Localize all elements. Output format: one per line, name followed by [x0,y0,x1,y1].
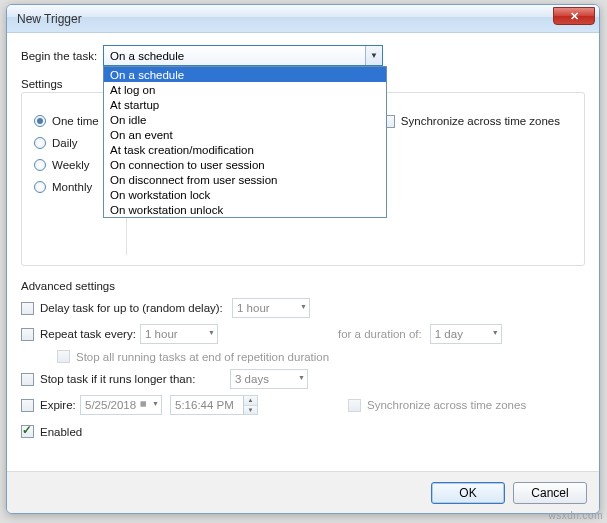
expire-label: Expire: [40,399,80,411]
chevron-down-icon: ▼ [298,374,305,381]
dialog-window: New Trigger ✕ Begin the task: On a sched… [6,4,600,514]
dropdown-option[interactable]: At task creation/modification [104,142,386,157]
dropdown-option[interactable]: On workstation unlock [104,202,386,217]
stop-end-label: Stop all running tasks at end of repetit… [76,351,329,363]
stop-end-checkbox [57,350,70,363]
spinner-icon[interactable]: ▲▼ [243,396,257,414]
watermark: wsxdn.com [548,510,603,521]
calendar-icon: ▦ [140,400,147,408]
expire-time-field[interactable]: 5:16:44 PM ▲▼ [170,395,258,415]
repeat-checkbox[interactable] [21,328,34,341]
radio-label: One time [52,115,99,127]
expire-time: 5:16:44 PM [175,399,234,411]
dropdown-option[interactable]: On disconnect from user session [104,172,386,187]
stopif-label: Stop task if it runs longer than: [40,373,230,385]
cancel-button-label: Cancel [531,486,568,500]
enabled-label: Enabled [40,426,82,438]
radio-label: Monthly [52,181,92,193]
dropdown-option[interactable]: On a schedule [104,67,386,82]
delay-value-field[interactable]: 1 hour ▼ [232,298,310,318]
repeat-value: 1 hour [145,328,178,340]
radio-icon [34,137,46,149]
delay-label: Delay task for up to (random delay): [40,302,232,314]
stopif-checkbox[interactable] [21,373,34,386]
begin-task-field[interactable]: On a schedule ▼ [103,45,383,66]
chevron-down-icon: ▼ [365,46,382,65]
enabled-checkbox[interactable] [21,425,34,438]
chevron-down-icon: ▼ [300,303,307,310]
radio-label: Daily [52,137,78,149]
stopif-value: 3 days [235,373,269,385]
delay-checkbox[interactable] [21,302,34,315]
content-area: Begin the task: On a schedule ▼ On a sch… [7,33,599,438]
dropdown-option[interactable]: At log on [104,82,386,97]
repeat-duration-value: 1 day [435,328,463,340]
expire-date: 5/25/2018 [85,399,136,411]
window-title: New Trigger [13,12,82,26]
begin-task-dropdown[interactable]: On a schedule ▼ On a schedule At log on … [103,45,383,66]
begin-task-selected: On a schedule [110,50,184,62]
dropdown-option[interactable]: At startup [104,97,386,112]
chevron-down-icon: ▼ [152,400,159,407]
expire-date-field[interactable]: 5/25/2018 ▦ ▼ [80,395,162,415]
repeat-label: Repeat task every: [40,328,140,340]
settings-label: Settings [21,74,85,90]
dropdown-option[interactable]: On workstation lock [104,187,386,202]
advanced-settings-title: Advanced settings [21,280,585,292]
cancel-button[interactable]: Cancel [513,482,587,504]
dropdown-option[interactable]: On an event [104,127,386,142]
expire-sync-tz-checkbox [348,399,361,412]
radio-label: Weekly [52,159,90,171]
chevron-down-icon: ▼ [492,329,499,336]
ok-button[interactable]: OK [431,482,505,504]
repeat-duration-label: for a duration of: [338,328,422,340]
stopif-value-field[interactable]: 3 days ▼ [230,369,308,389]
repeat-value-field[interactable]: 1 hour ▼ [140,324,218,344]
chevron-down-icon: ▼ [208,329,215,336]
begin-task-option-list: On a schedule At log on At startup On id… [103,66,387,218]
titlebar: New Trigger ✕ [7,5,599,33]
delay-value: 1 hour [237,302,270,314]
ok-button-label: OK [459,486,476,500]
close-icon: ✕ [570,10,579,23]
begin-task-label: Begin the task: [21,50,103,62]
radio-icon [34,159,46,171]
dropdown-option[interactable]: On connection to user session [104,157,386,172]
expire-checkbox[interactable] [21,399,34,412]
dialog-footer: OK Cancel [7,471,599,513]
close-button[interactable]: ✕ [553,7,595,25]
radio-icon [34,115,46,127]
expire-sync-tz-label: Synchronize across time zones [367,399,526,411]
sync-tz-label: Synchronize across time zones [401,115,560,127]
radio-icon [34,181,46,193]
repeat-duration-field[interactable]: 1 day ▼ [430,324,502,344]
dropdown-option[interactable]: On idle [104,112,386,127]
